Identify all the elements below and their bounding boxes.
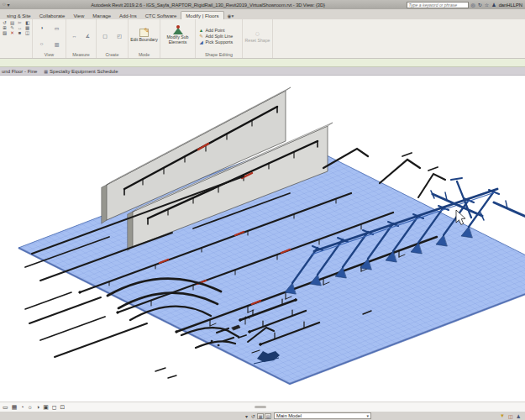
tab-ctc-software[interactable]: CTC Software: [141, 12, 181, 19]
modify-tools-cluster: ↺ ▤ ✂ ◧ ⊞ ✎ ↔ ▦ ▧ ✕ ■ ◫: [0, 19, 32, 36]
app-menu-icon[interactable]: ◌: [3, 2, 6, 8]
search-icon[interactable]: ◎: [471, 2, 475, 8]
pin-icon[interactable]: ■: [18, 30, 21, 35]
panel-label-blank: [0, 36, 32, 41]
tab-addins[interactable]: Add-Ins: [115, 12, 141, 19]
tab-modify-floors[interactable]: Modify | Floors: [181, 11, 223, 19]
add-split-line-icon: ✎: [199, 34, 204, 39]
ribbon-panel-view: ◑ ▭ ☼ ▥ View: [33, 19, 66, 58]
reset-shape-button: ◌ Reset Shape: [244, 29, 270, 44]
favorites-icon[interactable]: ☆: [485, 2, 489, 8]
visual-style-icon[interactable]: ◔: [20, 404, 24, 411]
angle-icon[interactable]: ∡: [86, 33, 90, 39]
quick-access-toolbar[interactable]: ◌ ▾: [3, 2, 10, 8]
crop-view-icon[interactable]: ▣: [43, 404, 49, 411]
panel-label-blank3: [243, 53, 272, 58]
mirror-icon[interactable]: ▧: [3, 30, 7, 35]
panel-label-create: Create: [97, 52, 128, 58]
user-icon[interactable]: ♟: [491, 2, 496, 8]
qat-dropdown-icon[interactable]: ▾: [8, 2, 10, 8]
shadows-icon[interactable]: ◑: [36, 404, 39, 411]
workset-edit-icon[interactable]: ▤: [265, 413, 271, 419]
tab-collaborate[interactable]: Collaborate: [35, 12, 70, 19]
sun-icon[interactable]: ☼: [39, 41, 45, 46]
workset-icon[interactable]: ▦: [257, 413, 264, 419]
panel-label-mode: Mode: [129, 52, 160, 58]
ribbon-tab-bar: sing & Site Collaborate View Manage Add-…: [0, 9, 525, 19]
detail-level-icon[interactable]: ▦: [12, 404, 18, 411]
override-icon[interactable]: ▭: [55, 25, 60, 31]
schedule-icon: ▦: [44, 69, 48, 74]
delete-icon[interactable]: ✕: [10, 30, 14, 35]
status-bar: ▾ ↺ ▦ ▤ Main Model ▾ ▼ ◫ ♟: [0, 412, 525, 420]
pick-supports-icon: ◢: [199, 39, 204, 45]
ribbon-panel-reset: ◌ Reset Shape: [243, 19, 273, 58]
title-bar: ◌ ▾ Autodesk Revit 2019.2.6 - IGS_Sayfa_…: [0, 0, 525, 9]
drawing-area[interactable]: [0, 76, 525, 402]
model-view[interactable]: [0, 76, 525, 402]
scale-icon[interactable]: ▭: [3, 404, 8, 411]
temporary-hide-icon[interactable]: ⊡: [60, 404, 66, 411]
press-drag-icon[interactable]: ♟: [517, 413, 521, 419]
view-tab-bar: und Floor - Fine ▦ Specialty Equipment S…: [0, 67, 525, 76]
modify-sub-elements-icon: [173, 28, 183, 34]
signed-in-user[interactable]: danHLLPN: [499, 3, 522, 8]
design-option-dropdown[interactable]: Main Model ▾: [274, 412, 371, 419]
display-icon[interactable]: ▥: [55, 41, 60, 47]
add-point-button[interactable]: ▲ Add Point: [197, 28, 241, 33]
ribbon-panel-modify-sub: Modify Sub Elements: [160, 19, 196, 58]
add-point-icon: ▲: [199, 28, 204, 33]
split-icon[interactable]: ◫: [25, 30, 29, 35]
window-title: Autodesk Revit 2019.2.6 - IGS_Sayfa_RAPT…: [13, 3, 404, 8]
ribbon-panel-create: ▢ ◰ Create: [97, 19, 129, 58]
sun-path-icon[interactable]: ☼: [27, 404, 32, 411]
reset-shape-icon: ◌: [255, 29, 260, 38]
scrollbar-thumb[interactable]: [255, 406, 266, 408]
tab-view[interactable]: View: [69, 12, 88, 19]
ribbon-panel-mode: ✎ Edit Boundary Mode: [129, 19, 160, 58]
ribbon-panel-measure: ↔ ∡ Measure: [66, 19, 97, 58]
status-caret-icon[interactable]: ▾: [245, 413, 248, 419]
search-input[interactable]: [407, 2, 469, 8]
ribbon-panel-shape-editing: ▲ Add Point ✎ Add Split Line ◢ Pick Supp…: [196, 19, 243, 58]
filter-icon[interactable]: ▼: [500, 413, 505, 419]
chevron-down-icon: ▾: [367, 413, 370, 418]
panel-label-measure: Measure: [66, 52, 96, 58]
add-split-line-button[interactable]: ✎ Add Split Line: [197, 34, 241, 39]
view-tab-ground-floor[interactable]: und Floor - Fine: [2, 69, 37, 74]
pick-supports-button[interactable]: ◢ Pick Supports: [197, 39, 241, 45]
group-icon[interactable]: ▢: [102, 33, 108, 39]
ribbon-panel-modify-tools: ↺ ▤ ✂ ◧ ⊞ ✎ ↔ ▦ ▧ ✕ ■ ◫: [0, 19, 33, 58]
view-control-bar: ▭ ▦ ◔ ☼ ◑ ▣ ◻ ⊡: [0, 402, 525, 412]
measure-icon[interactable]: ↔: [72, 34, 77, 39]
ribbon: ↺ ▤ ✂ ◧ ⊞ ✎ ↔ ▦ ▧ ✕ ■ ◫ ◑ ▭ ☼ ▥ View ↔ ∡…: [0, 19, 525, 59]
sync-icon[interactable]: ↻: [478, 2, 482, 8]
tab-massing-site[interactable]: sing & Site: [3, 12, 35, 19]
show-crop-icon[interactable]: ◻: [52, 404, 57, 411]
view-tab-specialty-schedule[interactable]: ▦ Specialty Equipment Schedule: [44, 69, 118, 74]
tab-manage[interactable]: Manage: [88, 12, 115, 19]
options-bar: [0, 59, 525, 67]
modify-sub-elements-button[interactable]: Modify Sub Elements: [164, 28, 192, 45]
ribbon-overflow-icon[interactable]: ◉▾: [224, 12, 238, 19]
panel-label-shape-editing: Shape Editing: [196, 52, 242, 58]
assembly-icon[interactable]: ◰: [117, 33, 122, 39]
edit-boundary-button[interactable]: ✎ Edit Boundary: [130, 29, 158, 43]
status-undo-icon[interactable]: ↺: [251, 413, 255, 419]
panel-label-view: View: [33, 52, 66, 58]
hide-icon[interactable]: ◑: [40, 25, 44, 30]
select-options-icon[interactable]: ◫: [508, 413, 513, 419]
panel-label-blank2: [160, 53, 195, 58]
edit-boundary-icon: ✎: [139, 29, 149, 37]
